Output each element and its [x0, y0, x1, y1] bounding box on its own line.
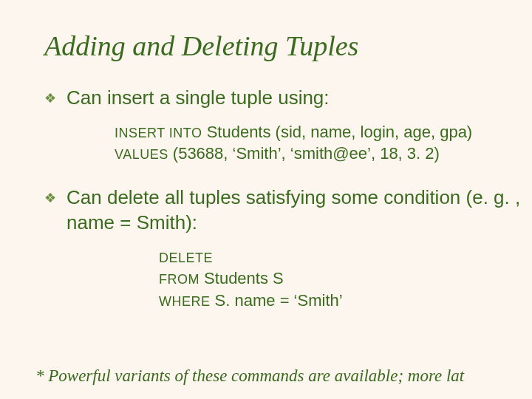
footnote: * Powerful variants of these commands ar…	[35, 366, 464, 386]
keyword-values: VALUES	[115, 147, 168, 162]
keyword-where: WHERE	[159, 294, 211, 309]
code-line: FROM Students S	[159, 267, 532, 290]
bullet-item-1: ❖ Can insert a single tuple using:	[44, 86, 532, 111]
code-text: Students S	[200, 269, 284, 287]
diamond-bullet-icon: ❖	[44, 190, 56, 207]
code-line: DELETE	[159, 246, 532, 268]
slide-title: Adding and Deleting Tuples	[44, 30, 532, 62]
keyword-from: FROM	[159, 272, 200, 287]
code-text: Students (sid, name, login, age, gpa)	[202, 123, 473, 141]
code-text: (53688, ‘Smith’, ‘smith@ee’, 18, 3. 2)	[168, 144, 440, 163]
diamond-bullet-icon: ❖	[44, 90, 56, 107]
code-text: S. name = ‘Smith’	[211, 291, 343, 310]
keyword-delete: DELETE	[159, 250, 213, 265]
code-line: VALUES (53688, ‘Smith’, ‘smith@ee’, 18, …	[115, 143, 532, 165]
bullet-text: Can delete all tuples satisfying some co…	[66, 185, 532, 236]
code-line: WHERE S. name = ‘Smith’	[159, 290, 532, 312]
keyword-insert-into: INSERT INTO	[115, 126, 202, 140]
code-line: INSERT INTO Students (sid, name, login, …	[115, 121, 532, 143]
code-block-delete: DELETE FROM Students S WHERE S. name = ‘…	[159, 246, 532, 312]
slide: Adding and Deleting Tuples ❖ Can insert …	[0, 0, 532, 399]
bullet-text: Can insert a single tuple using:	[66, 86, 330, 111]
code-block-insert: INSERT INTO Students (sid, name, login, …	[115, 121, 532, 165]
bullet-item-2: ❖ Can delete all tuples satisfying some …	[44, 185, 532, 236]
